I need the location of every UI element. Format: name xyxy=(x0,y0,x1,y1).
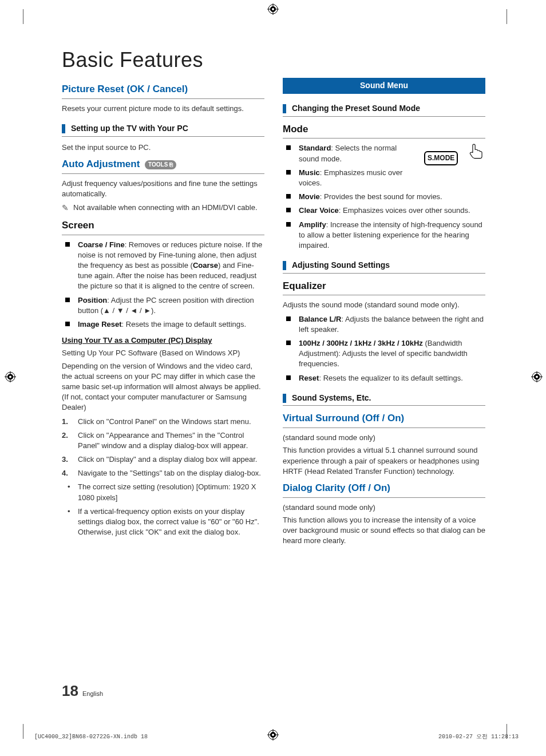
note-text: Not available when connecting with an HD… xyxy=(73,203,264,214)
section-bar-icon xyxy=(283,104,286,113)
content-area: Basic Features Picture Reset (OK / Cance… xyxy=(62,46,485,548)
heading-mode: Mode xyxy=(283,122,485,136)
divider xyxy=(62,98,264,99)
divider xyxy=(283,295,485,295)
section-bar-icon xyxy=(283,394,286,403)
list-item: 3.Click on "Display" and a display dialo… xyxy=(62,454,264,465)
list-item-text: : Emphasizes voices over other sounds. xyxy=(339,206,470,215)
list-item: If a vertical-frequency option exists on… xyxy=(62,506,264,538)
text-picture-reset-desc: Resets your current picture mode to its … xyxy=(62,104,264,114)
step-number: 3. xyxy=(62,454,74,465)
left-column: Picture Reset (OK / Cancel) Resets your … xyxy=(62,78,264,548)
text-setup-pc-desc: Set the input source to PC. xyxy=(62,143,264,153)
section-bar-icon xyxy=(62,124,65,133)
list-item-text: : Resets the equalizer to its default se… xyxy=(319,374,462,382)
tools-badge: TOOLS ⎘ xyxy=(145,160,176,169)
section-setup-pc: Setting up the TV with Your PC xyxy=(62,123,264,137)
tools-badge-icon: ⎘ xyxy=(169,161,173,168)
text-dc-sub: (standard sound mode only) xyxy=(283,502,485,513)
mode-list: Standard: Selects the normal sound mode.… xyxy=(283,143,485,251)
screen-list: Coarse / Fine: Removes or reduces pictur… xyxy=(62,240,264,330)
tools-badge-text: TOOLS xyxy=(148,161,168,168)
section-sound-systems-title: Sound Systems, Etc. xyxy=(292,393,371,404)
crop-mark xyxy=(23,9,23,24)
subheading-pc-display: Using Your TV as a Computer (PC) Display xyxy=(62,335,264,346)
crop-mark xyxy=(23,724,23,739)
step-number: 1. xyxy=(62,417,74,427)
list-item: 100Hz / 300Hz / 1kHz / 3kHz / 10kHz (Ban… xyxy=(283,338,485,370)
list-item: Amplify: Increase the intensity of high-… xyxy=(283,220,485,251)
section-adjusting-sound-title: Adjusting Sound Settings xyxy=(292,260,390,271)
list-item: 4.Navigate to the "Settings" tab on the … xyxy=(62,468,264,478)
registration-mark-icon xyxy=(531,371,543,385)
registration-mark-icon xyxy=(267,3,279,18)
step-text: Click on "Display" and a display dialog … xyxy=(78,455,257,464)
list-item: Clear Voice: Emphasizes voices over othe… xyxy=(283,205,485,216)
list-item-text: : Increase the intensity of high-frequen… xyxy=(299,220,482,250)
note-icon: ✎ xyxy=(62,203,73,214)
list-item: Balance L/R: Adjusts the balance between… xyxy=(283,314,485,335)
section-changing-preset: Changing the Preset Sound Mode xyxy=(283,103,485,117)
list-item-bold: Position xyxy=(78,296,107,304)
heading-virtual-surround: Virtual Surround (Off / On) xyxy=(283,411,485,425)
text-vs-sub: (standard sound mode only) xyxy=(283,433,485,443)
list-item: Coarse / Fine: Removes or reduces pictur… xyxy=(62,240,264,292)
list-item: Movie: Provides the best sound for movie… xyxy=(283,192,485,202)
list-item-bold: 100Hz / 300Hz / 1kHz / 3kHz / 10kHz xyxy=(299,339,423,347)
list-item: 1.Click on "Control Panel" on the Window… xyxy=(62,417,264,427)
crop-mark xyxy=(507,9,507,24)
note-row: ✎ Not available when connecting with an … xyxy=(62,203,264,214)
heading-picture-reset: Picture Reset (OK / Cancel) xyxy=(62,82,264,96)
svg-point-14 xyxy=(536,375,538,378)
list-item-bold: Coarse xyxy=(193,261,218,270)
list-item-bold: Image Reset xyxy=(78,320,122,328)
print-timestamp: 2010-02-27 오전 11:28:13 xyxy=(438,733,519,741)
divider xyxy=(283,497,485,498)
page: Basic Features Picture Reset (OK / Cance… xyxy=(0,0,546,756)
sound-menu-bar: Sound Menu xyxy=(283,78,485,94)
print-metadata: [UC4000_32]BN68-02722G-XN.indb 18 2010-0… xyxy=(34,733,519,741)
print-filename: [UC4000_32]BN68-02722G-XN.indb 18 xyxy=(34,733,148,741)
text-vs-desc: This function provides a virtual 5.1 cha… xyxy=(283,445,485,477)
registration-mark-icon xyxy=(5,371,16,385)
section-bar-icon xyxy=(283,261,286,270)
list-item: Image Reset: Resets the image to default… xyxy=(62,319,264,330)
two-column-layout: Picture Reset (OK / Cancel) Resets your … xyxy=(62,78,485,548)
equalizer-list: Balance L/R: Adjusts the balance between… xyxy=(283,314,485,383)
heading-auto-adjustment-text: Auto Adjustment xyxy=(62,159,140,169)
list-item-text: : Resets the image to default settings. xyxy=(122,320,247,328)
list-item-bold: Balance L/R xyxy=(299,315,341,323)
svg-point-4 xyxy=(272,8,274,10)
svg-point-9 xyxy=(9,375,11,378)
heading-screen: Screen xyxy=(62,219,264,232)
page-language: English xyxy=(82,690,103,697)
section-sound-systems: Sound Systems, Etc. xyxy=(283,393,485,406)
divider xyxy=(62,173,264,174)
text-dc-desc: This function allows you to increase the… xyxy=(283,515,485,547)
list-item: Music: Emphasizes music over voices. xyxy=(283,168,485,188)
list-item-bold: Music xyxy=(299,168,320,177)
list-item-bold: Movie xyxy=(299,192,320,201)
text-pc-setup-1: Setting Up Your PC Software (Based on Wi… xyxy=(62,348,264,358)
step-text: Navigate to the "Settings" tab on the di… xyxy=(78,469,261,477)
list-item: 2.Click on "Appearance and Themes" in th… xyxy=(62,430,264,451)
list-item-bold: Coarse / Fine xyxy=(78,240,125,249)
list-item: Position: Adjust the PC screen position … xyxy=(62,295,264,316)
list-item: Reset: Resets the equalizer to its defau… xyxy=(283,373,485,383)
section-changing-preset-title: Changing the Preset Sound Mode xyxy=(292,103,420,114)
list-item-text: : Provides the best sound for movies. xyxy=(320,192,442,201)
section-adjusting-sound: Adjusting Sound Settings xyxy=(283,260,485,274)
list-item: Standard: Selects the normal sound mode. xyxy=(283,143,485,164)
step-text: Click on "Appearance and Themes" in the … xyxy=(78,431,248,450)
step-number: 4. xyxy=(62,468,74,478)
divider xyxy=(283,138,485,138)
heading-equalizer: Equalizer xyxy=(283,279,485,293)
page-title: Basic Features xyxy=(62,46,485,74)
list-item-bold: Reset xyxy=(299,374,319,382)
step-number: 2. xyxy=(62,430,74,441)
divider xyxy=(283,428,485,428)
text-auto-adj-desc: Adjust frequency values/positions and fi… xyxy=(62,179,264,199)
heading-dialog-clarity: Dialog Clarity (Off / On) xyxy=(283,481,485,495)
section-setup-pc-title: Setting up the TV with Your PC xyxy=(71,123,188,134)
page-footer: 18 English xyxy=(62,680,103,701)
